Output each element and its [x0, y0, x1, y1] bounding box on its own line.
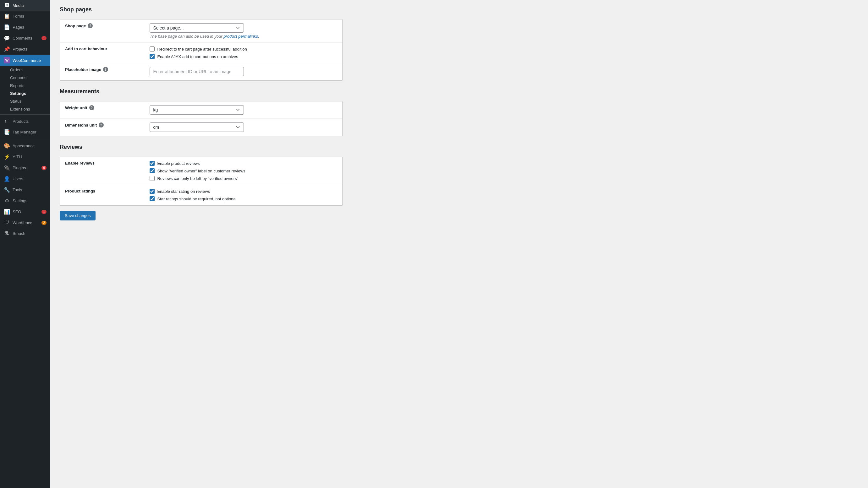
- placeholder-image-label: Placeholder image: [65, 67, 101, 72]
- weight-unit-label-wrap: Weight unit ?: [65, 105, 140, 110]
- add-to-cart-control: Redirect to the cart page after successf…: [145, 43, 342, 63]
- add-to-cart-checkbox1-row: Redirect to the cart page after successf…: [150, 46, 337, 52]
- products-icon: 🏷: [4, 119, 10, 124]
- enable-product-reviews-label[interactable]: Enable product reviews: [157, 161, 199, 166]
- product-ratings-checkbox2-row: Star ratings should be required, not opt…: [150, 196, 337, 201]
- weight-unit-select[interactable]: kg g lbs oz: [150, 105, 244, 115]
- measurements-section: Weight unit ? kg g lbs oz: [60, 101, 343, 136]
- measurements-table: Weight unit ? kg g lbs oz: [60, 101, 342, 136]
- sidebar-item-yith[interactable]: ⚡ YITH: [0, 151, 50, 162]
- sidebar-sub-extensions[interactable]: Extensions: [0, 105, 50, 113]
- shop-pages-section: Shop page ? Select a page... The base pa…: [60, 19, 343, 81]
- star-required-label[interactable]: Star ratings should be required, not opt…: [157, 197, 236, 201]
- sidebar-item-label: WooCommerce: [12, 58, 41, 63]
- shop-page-help-icon[interactable]: ?: [88, 23, 93, 28]
- product-permalinks-link[interactable]: product permalinks: [223, 34, 258, 39]
- dimensions-unit-label-wrap: Dimensions unit ?: [65, 123, 140, 128]
- dimensions-unit-select[interactable]: cm m mm in yd: [150, 123, 244, 132]
- product-ratings-label-cell: Product ratings: [60, 185, 145, 205]
- sidebar-item-label: Wordfence: [12, 221, 32, 225]
- sidebar-item-label: Tools: [12, 188, 22, 192]
- enable-reviews-label: Enable reviews: [65, 161, 95, 165]
- sidebar-item-appearance[interactable]: 🎨 Appearance: [0, 140, 50, 151]
- reviews-title: Reviews: [60, 144, 343, 151]
- ajax-cart-checkbox[interactable]: [150, 54, 155, 59]
- dimensions-unit-control: cm m mm in yd: [145, 119, 342, 136]
- sidebar-item-smush[interactable]: 🗜 Smush: [0, 228, 50, 239]
- weight-unit-label: Weight unit: [65, 105, 87, 110]
- sidebar-item-label: Comments: [12, 36, 32, 40]
- star-required-checkbox[interactable]: [150, 196, 155, 201]
- sidebar-item-wordfence[interactable]: 🛡 Wordfence 2: [0, 217, 50, 228]
- dimensions-unit-label: Dimensions unit: [65, 123, 97, 128]
- placeholder-image-control: [145, 63, 342, 80]
- shop-page-label-wrap: Shop page ?: [65, 23, 140, 28]
- placeholder-image-label-cell: Placeholder image ?: [60, 63, 145, 80]
- measurements-title: Measurements: [60, 88, 343, 95]
- sidebar-item-tab-manager[interactable]: 📑 Tab Manager: [0, 127, 50, 137]
- shop-pages-table: Shop page ? Select a page... The base pa…: [60, 20, 342, 80]
- sidebar-item-plugins[interactable]: 🔌 Plugins 9: [0, 162, 50, 173]
- sidebar-item-seo[interactable]: 📊 SEO 1: [0, 206, 50, 217]
- save-changes-button[interactable]: Save changes: [60, 211, 96, 221]
- cart-redirect-checkbox[interactable]: [150, 46, 155, 52]
- plugins-badge: 9: [41, 166, 46, 170]
- sidebar-item-woocommerce[interactable]: W WooCommerce: [0, 55, 50, 66]
- enable-product-reviews-checkbox[interactable]: [150, 161, 155, 166]
- settings-wrapper: Shop pages Shop page ? Select a page...: [60, 6, 343, 221]
- shop-page-select[interactable]: Select a page...: [150, 23, 244, 33]
- dimensions-unit-row: Dimensions unit ? cm m mm in yd: [60, 119, 342, 136]
- enable-reviews-checkbox2-row: Show "verified owner" label on customer …: [150, 168, 337, 173]
- product-ratings-label: Product ratings: [65, 189, 95, 193]
- shop-page-label-cell: Shop page ?: [60, 20, 145, 43]
- sidebar-item-products[interactable]: 🏷 Products: [0, 116, 50, 127]
- shop-pages-title: Shop pages: [60, 6, 343, 13]
- tab-manager-icon: 📑: [4, 129, 10, 135]
- dimensions-unit-help-icon[interactable]: ?: [99, 123, 104, 128]
- forms-icon: 📋: [4, 13, 10, 19]
- weight-unit-help-icon[interactable]: ?: [89, 105, 94, 110]
- add-to-cart-label-cell: Add to cart behaviour: [60, 43, 145, 63]
- placeholder-image-help-icon[interactable]: ?: [103, 67, 108, 72]
- sidebar-sub-reports[interactable]: Reports: [0, 82, 50, 90]
- placeholder-image-input[interactable]: [150, 67, 244, 76]
- sidebar-item-forms[interactable]: 📋 Forms: [0, 11, 50, 22]
- yith-icon: ⚡: [4, 154, 10, 160]
- shop-page-help-text: The base page can also be used in your p…: [150, 34, 337, 39]
- sidebar-sub-settings[interactable]: Settings: [0, 90, 50, 97]
- enable-reviews-checkbox1-row: Enable product reviews: [150, 161, 337, 166]
- ajax-cart-label[interactable]: Enable AJAX add to cart buttons on archi…: [157, 54, 238, 59]
- sidebar-item-media[interactable]: 🖼 Media: [0, 0, 50, 11]
- star-rating-checkbox[interactable]: [150, 189, 155, 194]
- sidebar-item-settings-main[interactable]: ⚙ Settings: [0, 195, 50, 206]
- sidebar-sub-status[interactable]: Status: [0, 97, 50, 105]
- sidebar-item-label: Media: [12, 3, 24, 8]
- sidebar-item-tools[interactable]: 🔧 Tools: [0, 184, 50, 195]
- sidebar-item-pages[interactable]: 📄 Pages: [0, 22, 50, 33]
- star-rating-label[interactable]: Enable star rating on reviews: [157, 189, 210, 194]
- sidebar-item-label: YITH: [12, 155, 22, 159]
- sidebar-item-projects[interactable]: 📌 Projects: [0, 44, 50, 55]
- users-icon: 👤: [4, 176, 10, 182]
- sidebar-sub-coupons[interactable]: Coupons: [0, 74, 50, 82]
- verified-owner-label-checkbox[interactable]: [150, 168, 155, 173]
- plugins-icon: 🔌: [4, 165, 10, 171]
- sidebar-item-label: Smush: [12, 231, 25, 236]
- sidebar-sub-orders[interactable]: Orders: [0, 66, 50, 74]
- sidebar-item-comments[interactable]: 💬 Comments 1: [0, 33, 50, 44]
- verified-only-label[interactable]: Reviews can only be left by "verified ow…: [157, 176, 238, 181]
- sidebar-item-label: Appearance: [12, 143, 35, 148]
- dimensions-unit-label-cell: Dimensions unit ?: [60, 119, 145, 136]
- verified-only-checkbox[interactable]: [150, 176, 155, 181]
- sidebar-item-users[interactable]: 👤 Users: [0, 173, 50, 184]
- cart-redirect-label[interactable]: Redirect to the cart page after successf…: [157, 47, 247, 52]
- appearance-icon: 🎨: [4, 143, 10, 149]
- verified-owner-label-text[interactable]: Show "verified owner" label on customer …: [157, 169, 245, 173]
- sidebar-item-label: Forms: [12, 14, 24, 19]
- sidebar-item-label: Users: [12, 176, 23, 181]
- shop-page-row: Shop page ? Select a page... The base pa…: [60, 20, 342, 43]
- settings-main-icon: ⚙: [4, 198, 10, 204]
- media-icon: 🖼: [4, 2, 10, 8]
- sidebar-divider-1: [0, 114, 50, 115]
- sidebar-item-label: Plugins: [12, 165, 26, 170]
